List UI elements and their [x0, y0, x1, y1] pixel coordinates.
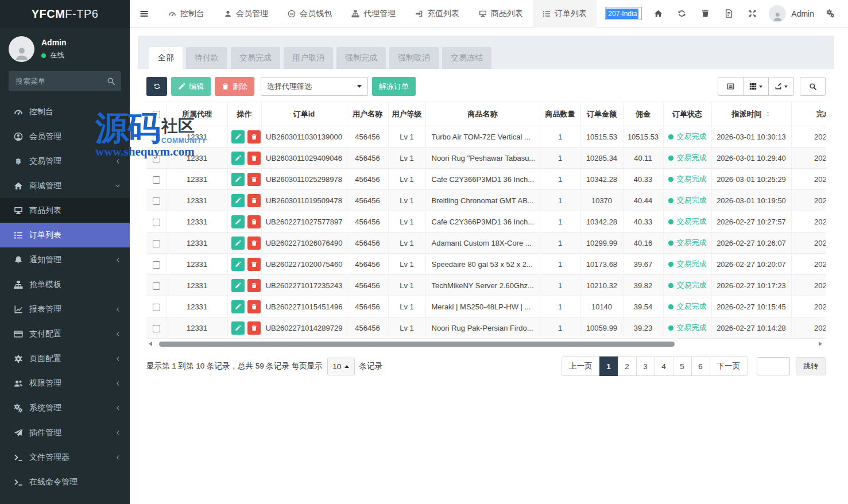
status-tab[interactable]: 强制取消	[389, 47, 439, 69]
scroll-left-arrow[interactable]	[149, 342, 152, 346]
sidebar-item[interactable]: 插件管理	[0, 420, 130, 445]
cell-amount: 10173.68	[580, 254, 623, 275]
topnav-item[interactable]: 控制台	[158, 0, 214, 28]
next-page-button[interactable]: 下一页	[710, 356, 748, 376]
page-number-button[interactable]: 2	[618, 356, 637, 376]
page-number-button[interactable]: 1	[599, 356, 618, 376]
sidebar-item[interactable]: 控制台	[0, 99, 130, 124]
sidebar-item[interactable]: 商城管理	[0, 173, 130, 198]
page-size-select[interactable]: 10	[327, 358, 355, 375]
row-edit-button[interactable]	[231, 300, 245, 313]
page-jump-input[interactable]	[757, 357, 790, 375]
row-edit-button[interactable]	[231, 152, 245, 165]
select-all-checkbox[interactable]	[153, 111, 160, 118]
sidebar-item[interactable]: 报表管理	[0, 297, 130, 321]
row-checkbox[interactable]	[153, 219, 160, 226]
sidebar-item[interactable]: 会员管理	[0, 124, 130, 149]
columns-button[interactable]	[743, 77, 769, 96]
row-checkbox[interactable]	[153, 134, 160, 141]
delete-button[interactable]: 删除	[215, 77, 254, 96]
row-checkbox[interactable]	[153, 261, 160, 269]
row-edit-button[interactable]	[231, 130, 245, 144]
row-edit-button[interactable]	[231, 194, 245, 207]
topnav-item[interactable]: 订单列表	[533, 0, 597, 28]
table-footer: 显示第 1 到第 10 条记录，总共 59 条记录 每页显示 10 条记录 上一…	[146, 356, 826, 376]
page-number-button[interactable]: 4	[655, 356, 673, 376]
sidebar-item[interactable]: 页面配置	[0, 346, 130, 371]
col-assign-time-header[interactable]: 指派时间	[711, 102, 791, 126]
menu-toggle-button[interactable]	[130, 0, 158, 28]
row-delete-button[interactable]	[247, 258, 261, 271]
sidebar-item[interactable]: 支付配置	[0, 321, 130, 346]
status-tab[interactable]: 待付款	[186, 47, 227, 69]
row-delete-button[interactable]	[247, 215, 261, 228]
row-edit-button[interactable]	[231, 279, 245, 292]
document-button[interactable]	[717, 0, 741, 28]
sidebar-item[interactable]: 权限管理	[0, 371, 130, 396]
export-button[interactable]	[768, 77, 794, 96]
clear-cache-button[interactable]	[694, 0, 717, 28]
sidebar-item[interactable]: 抢单模板	[0, 272, 130, 297]
sidebar-item[interactable]: 文件管理器	[0, 445, 130, 470]
prev-page-button[interactable]: 上一页	[562, 356, 600, 376]
status-tab[interactable]: 交易冻结	[442, 47, 491, 69]
cell-agent: 12331	[166, 190, 227, 211]
row-checkbox[interactable]	[153, 197, 160, 205]
status-tab[interactable]: 用户取消	[284, 47, 333, 69]
row-checkbox[interactable]	[153, 304, 160, 311]
row-checkbox[interactable]	[153, 155, 160, 162]
status-tab[interactable]: 强制完成	[336, 47, 386, 69]
terminal-switch-input[interactable]: 207-India	[605, 7, 642, 20]
row-checkbox[interactable]	[153, 325, 160, 332]
row-checkbox[interactable]	[153, 282, 160, 290]
topnav-item[interactable]: 代理管理	[342, 0, 405, 28]
row-edit-button[interactable]	[231, 321, 245, 335]
search-toggle-button[interactable]	[800, 77, 826, 96]
scroll-right-arrow[interactable]	[819, 342, 822, 346]
sidebar-item[interactable]: 在线命令管理	[0, 470, 130, 494]
page-number-button[interactable]: 5	[673, 356, 692, 376]
unfreeze-order-button[interactable]: 解冻订单	[372, 77, 416, 96]
agent-filter-select[interactable]: 选择代理筛选	[261, 77, 368, 96]
refresh-table-button[interactable]	[146, 77, 167, 96]
brand-logo[interactable]: YFCMF-TP6	[0, 0, 130, 28]
page-number-button[interactable]: 3	[636, 356, 655, 376]
sidebar-item[interactable]: 交易管理	[0, 149, 130, 173]
row-delete-button[interactable]	[247, 152, 261, 165]
topnav-item[interactable]: 充值列表	[405, 0, 469, 28]
status-tab[interactable]: 全部	[149, 47, 183, 69]
topnav-item[interactable]: 会员管理	[214, 0, 278, 28]
row-delete-button[interactable]	[247, 237, 261, 250]
scrollbar-thumb[interactable]	[159, 342, 675, 347]
home-button[interactable]	[646, 0, 670, 28]
row-delete-button[interactable]	[247, 321, 261, 335]
row-edit-button[interactable]	[231, 173, 245, 186]
status-tab[interactable]: 交易完成	[231, 47, 280, 69]
row-delete-button[interactable]	[247, 300, 261, 313]
cell-qty: 1	[540, 148, 580, 169]
row-edit-button[interactable]	[231, 237, 245, 250]
row-delete-button[interactable]	[247, 130, 261, 144]
sidebar-item[interactable]: 商品列表	[0, 198, 130, 223]
user-menu[interactable]: Admin	[764, 5, 819, 22]
row-checkbox[interactable]	[153, 176, 160, 184]
topnav-item[interactable]: 会员钱包	[278, 0, 342, 28]
page-number-button[interactable]: 6	[691, 356, 710, 376]
sidebar-item[interactable]: 系统管理	[0, 396, 130, 420]
menu-search-input[interactable]	[9, 71, 121, 91]
edit-button[interactable]: 编辑	[171, 77, 211, 96]
row-edit-button[interactable]	[231, 215, 245, 228]
row-checkbox[interactable]	[153, 240, 160, 247]
topnav-item[interactable]: 商品列表	[469, 0, 533, 28]
settings-button[interactable]	[819, 0, 842, 28]
detail-view-button[interactable]	[718, 77, 744, 96]
row-delete-button[interactable]	[247, 279, 261, 292]
sidebar-item[interactable]: 订单列表	[0, 223, 130, 247]
refresh-button[interactable]	[670, 0, 694, 28]
fullscreen-button[interactable]	[741, 0, 764, 28]
jump-button[interactable]: 跳转	[796, 357, 826, 375]
row-delete-button[interactable]	[247, 194, 261, 207]
row-edit-button[interactable]	[231, 258, 245, 271]
row-delete-button[interactable]	[247, 173, 261, 186]
sidebar-item[interactable]: 通知管理	[0, 247, 130, 272]
